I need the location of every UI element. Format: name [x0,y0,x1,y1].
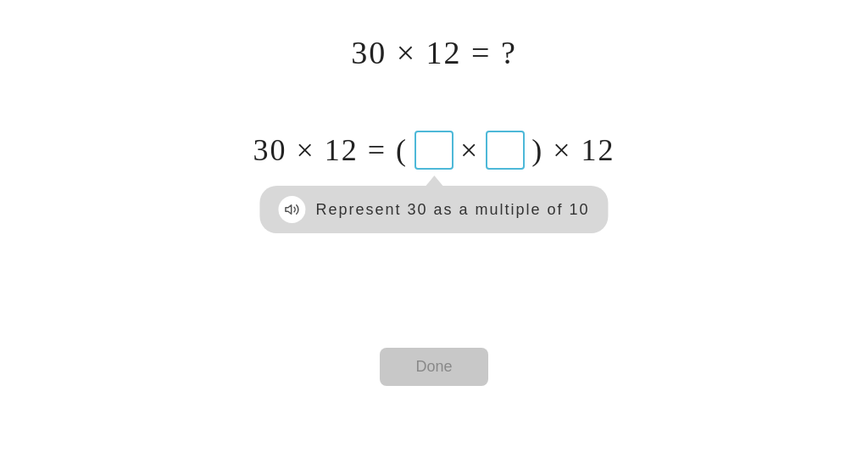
eq-times: × [457,132,482,168]
done-button[interactable]: Done [380,348,487,386]
speaker-button[interactable] [278,196,305,223]
eq-prefix: 30 × 12 = ( [249,132,411,168]
input-box-1[interactable] [415,131,453,170]
hint-tooltip: Represent 30 as a multiple of 10 [259,186,608,233]
svg-marker-0 [286,205,292,215]
tooltip-text: Represent 30 as a multiple of 10 [315,201,589,219]
eq-suffix: ) × 12 [528,132,618,168]
sub-equation-row: 30 × 12 = ( × ) × 12 Represent 30 as a m… [249,131,618,170]
input-box-2[interactable] [486,131,525,170]
main-equation: 30 × 12 = ? [351,34,517,71]
